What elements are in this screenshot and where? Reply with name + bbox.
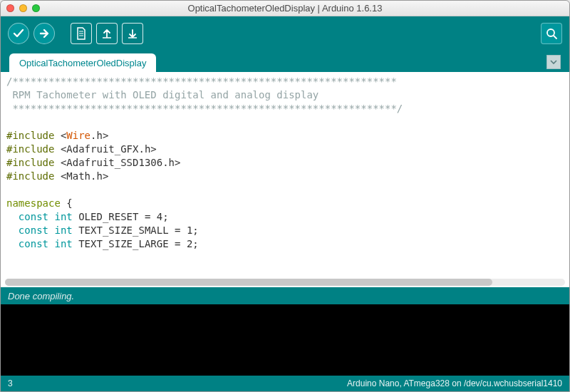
code-token: Adafruit_SSD1306 <box>66 157 162 168</box>
code-token: TEXT_SIZE_SMALL = 1; <box>73 225 199 236</box>
new-sketch-button[interactable] <box>71 23 92 44</box>
code-token: #include <box>6 143 54 155</box>
tab-menu-button[interactable] <box>546 55 561 69</box>
code-token: .h> <box>162 157 180 168</box>
arrow-down-icon <box>127 28 138 39</box>
code-token: int <box>54 211 72 222</box>
code-token: TEXT_SIZE_LARGE = 2; <box>73 238 199 249</box>
code-token: const <box>19 238 48 249</box>
code-token: Math <box>66 170 90 182</box>
minimize-icon[interactable] <box>19 4 27 12</box>
code-token: OLED_RESET = 4; <box>73 211 169 222</box>
code-token: .h> <box>90 170 108 182</box>
window-titlebar: OpticalTachometerOledDisplay | Arduino 1… <box>1 1 569 16</box>
footer-bar: 3 Arduino Nano, ATmega328 on /dev/cu.wch… <box>1 376 569 391</box>
toolbar <box>1 16 569 51</box>
code-token: #include <box>6 157 54 168</box>
code-token: const <box>19 211 48 222</box>
chevron-down-icon <box>550 58 557 66</box>
code-token: #include <box>6 170 54 182</box>
close-icon[interactable] <box>6 4 14 12</box>
traffic-lights <box>6 4 40 12</box>
code-token: namespace <box>6 197 61 209</box>
file-icon <box>76 27 87 40</box>
arrow-up-icon <box>101 28 113 39</box>
scrollbar-thumb[interactable] <box>5 279 492 286</box>
arrow-right-icon <box>38 27 51 40</box>
status-bar: Done compiling. <box>1 287 569 304</box>
board-port-info: Arduino Nano, ATmega328 on /dev/cu.wchus… <box>347 378 562 388</box>
code-token: const <box>19 225 48 236</box>
code-token: .h> <box>138 143 156 155</box>
code-token: { <box>61 197 73 209</box>
tab-strip: OpticalTachometerOledDisplay <box>1 51 569 72</box>
save-sketch-button[interactable] <box>122 23 143 44</box>
code-token: #include <box>6 130 54 141</box>
zoom-icon[interactable] <box>32 4 40 12</box>
sketch-tab-label: OpticalTachometerOledDisplay <box>19 58 146 68</box>
code-token: Adafruit_GFX <box>66 143 138 155</box>
upload-button[interactable] <box>33 23 55 44</box>
code-editor[interactable]: /***************************************… <box>1 72 569 287</box>
window-title: OpticalTachometerOledDisplay | Arduino 1… <box>1 3 569 14</box>
serial-monitor-button[interactable] <box>541 23 562 44</box>
code-token: .h> <box>90 130 108 141</box>
arduino-ide-window: OpticalTachometerOledDisplay | Arduino 1… <box>0 0 570 392</box>
code-line: RPM Tachometer with OLED digital and ana… <box>6 89 318 100</box>
sketch-tab[interactable]: OpticalTachometerOledDisplay <box>9 53 156 72</box>
line-number: 3 <box>8 378 13 388</box>
code-token: int <box>54 225 72 236</box>
magnifier-icon <box>545 27 558 40</box>
code-token: int <box>54 238 72 249</box>
code-token: Wire <box>66 130 90 141</box>
code-line: ****************************************… <box>6 103 403 114</box>
open-sketch-button[interactable] <box>96 23 118 44</box>
output-console[interactable] <box>1 304 569 376</box>
status-message: Done compiling. <box>8 291 74 301</box>
check-icon <box>12 27 25 40</box>
code-line: /***************************************… <box>6 76 397 87</box>
verify-button[interactable] <box>8 23 29 44</box>
horizontal-scrollbar[interactable] <box>5 279 565 286</box>
code-content: /***************************************… <box>1 72 569 254</box>
